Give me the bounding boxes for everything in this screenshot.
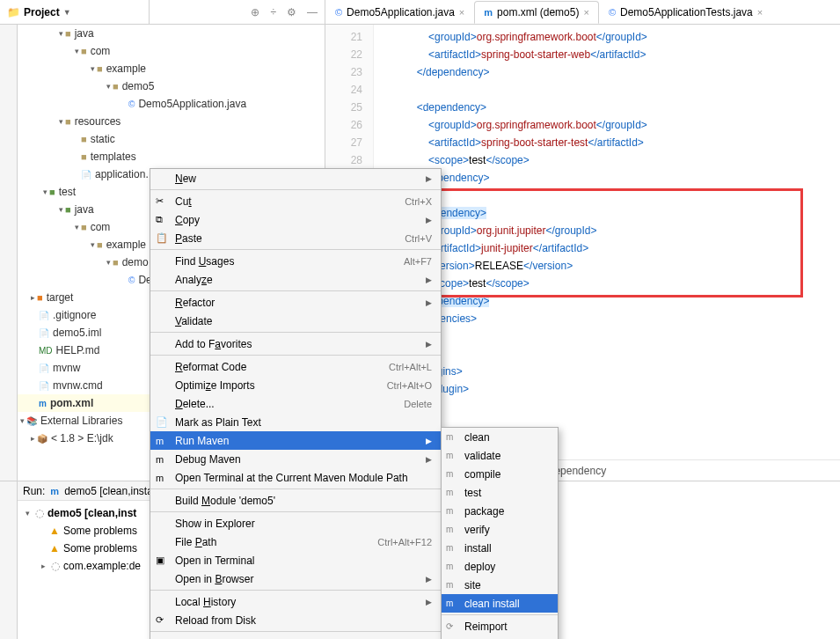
sub-install[interactable]: minstall [442,539,558,557]
ctx-copy[interactable]: ⧉Copy▶ [150,210,441,229]
sub-deploy[interactable]: mdeploy [442,557,558,576]
ctx-reload[interactable]: ⟳Reload from Disk [150,611,441,629]
close-icon[interactable]: × [757,7,763,18]
text-file-icon: 📄 [156,416,168,428]
tab-pom-xml[interactable]: m pom.xml (demo5) × [474,1,599,24]
ctx-openterminal-maven[interactable]: mOpen Terminal at the Current Maven Modu… [150,468,441,487]
ctx-addfav[interactable]: Add to Favorites▶ [150,334,441,353]
ctx-debugmaven[interactable]: mDebug Maven▶ [150,450,441,468]
tree-folder-resources[interactable]: ▾■resources [18,113,325,130]
sub-package[interactable]: mpackage [442,502,558,520]
code-area[interactable]: <groupId>org.springframework.boot</group… [374,25,840,459]
sub-compile[interactable]: mcompile [442,465,558,483]
ctx-browser[interactable]: Open in Browser▶ [150,569,441,588]
maven-goal-icon: m [446,580,453,590]
ctx-compare[interactable]: ◧Compare With...Ctrl+D [150,634,441,639]
tree-folder-java[interactable]: ▾■java [18,25,325,42]
sub-verify[interactable]: mverify [442,520,558,539]
reimport-icon: ⟳ [446,621,453,631]
ctx-reformat[interactable]: Reformat CodeCtrl+Alt+L [150,357,441,376]
separator [150,249,441,250]
run-rail [0,481,18,639]
ctx-delete[interactable]: Delete...Delete [150,394,441,413]
java-file-icon: © [335,7,342,18]
target-icon[interactable]: ⊕ [251,6,259,18]
tab-demo5applicationtests[interactable]: © Demo5ApplicationTests.java × [599,1,772,24]
java-file-icon: © [609,7,616,18]
ctx-new[interactable]: New▶ [150,169,441,187]
maven-goal-icon: m [446,562,453,571]
project-header[interactable]: 📁 Project ▼ [0,0,150,24]
separator [150,488,441,489]
terminal-icon: ▣ [156,555,164,566]
maven-goal-icon: m [446,525,453,534]
ctx-refactor[interactable]: Refactor▶ [150,293,441,312]
ctx-paste[interactable]: 📋PasteCtrl+V [150,229,441,247]
maven-file-icon: m [484,7,493,18]
separator [150,189,441,190]
ctx-cut[interactable]: ✂CutCtrl+X [150,192,441,210]
chevron-right-icon: ▶ [426,174,432,183]
run-label: Run: [23,485,45,497]
ctx-history[interactable]: Local History▶ [150,592,441,611]
ctx-findusages[interactable]: Find UsagesAlt+F7 [150,252,441,270]
chevron-right-icon: ▶ [426,275,432,284]
ctx-explorer[interactable]: Show in Explorer [150,514,441,532]
tree-folder-example[interactable]: ▾■example [18,60,325,77]
divide-icon[interactable]: ÷ [270,6,276,18]
ctx-filepath[interactable]: File PathCtrl+Alt+F12 [150,532,441,551]
separator [150,355,441,356]
chevron-right-icon: ▶ [426,340,432,349]
chevron-right-icon: ▶ [426,598,432,606]
chevron-right-icon: ▶ [426,437,432,445]
sub-reimport[interactable]: ⟳Reimport [442,617,558,635]
sub-validate[interactable]: mvalidate [442,446,558,465]
file-icon: 📄 [39,381,49,391]
collapse-icon[interactable]: — [307,6,318,18]
markdown-file-icon: MD [39,346,53,356]
tree-folder-templates[interactable]: ■templates [18,148,325,165]
sub-clean-install[interactable]: mclean install [442,594,558,613]
java-file-icon: © [128,99,135,109]
folder-icon: ■ [97,63,103,74]
sub-newgoal[interactable]: New Goal... [442,635,558,639]
file-icon: 📄 [39,328,49,338]
ctx-optimports[interactable]: Optimize ImportsCtrl+Alt+O [150,376,441,394]
tab-demo5application[interactable]: © Demo5Application.java × [325,1,474,24]
file-icon: 📄 [39,311,49,320]
run-config: demo5 [clean,instal [64,485,155,497]
maven-file-icon: m [39,399,47,408]
maven-goal-icon: m [446,599,453,608]
ctx-runmaven[interactable]: mRun Maven▶ [150,431,441,450]
folder-icon: ■ [113,257,119,268]
ctx-openterminal[interactable]: ▣Open in Terminal [150,551,441,569]
sub-site[interactable]: msite [442,576,558,594]
ctx-buildmodule[interactable]: Build Module 'demo5' [150,491,441,510]
ctx-analyze[interactable]: Analyze▶ [150,270,441,289]
folder-icon: ■ [65,116,71,127]
sub-clean[interactable]: mclean [442,428,558,446]
tree-file-demoapp[interactable]: ©Demo5Application.java [18,95,325,113]
tree-folder-demo5[interactable]: ▾■demo5 [18,77,325,95]
ctx-plaintext[interactable]: 📄Mark as Plain Text [150,413,441,431]
warning-icon: ▲ [49,525,60,537]
close-icon[interactable]: × [459,7,464,18]
maven-terminal-icon: m [156,473,164,483]
separator [150,332,441,333]
close-icon[interactable]: × [583,7,588,18]
file-icon: 📄 [39,364,49,373]
tree-folder-static[interactable]: ■static [18,130,325,148]
warning-icon: ▲ [49,542,60,555]
separator [150,631,441,632]
maven-run-icon: m [156,436,164,446]
java-file-icon: © [128,275,135,285]
tree-folder-com[interactable]: ▾■com [18,42,325,60]
gear-icon[interactable]: ⚙ [287,6,296,18]
copy-icon: ⧉ [156,214,163,225]
ctx-validate[interactable]: Validate [150,312,441,330]
separator [150,511,441,512]
folder-icon: ■ [65,204,71,215]
chevron-right-icon: ▶ [426,298,432,307]
sub-test[interactable]: mtest [442,483,558,502]
spinner-icon: ◌ [51,560,60,572]
